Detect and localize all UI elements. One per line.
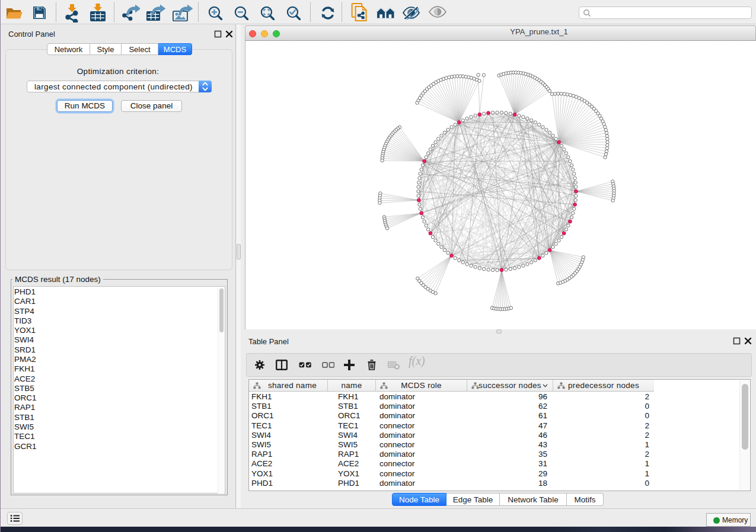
svg-text:f(x): f(x) xyxy=(409,355,425,368)
